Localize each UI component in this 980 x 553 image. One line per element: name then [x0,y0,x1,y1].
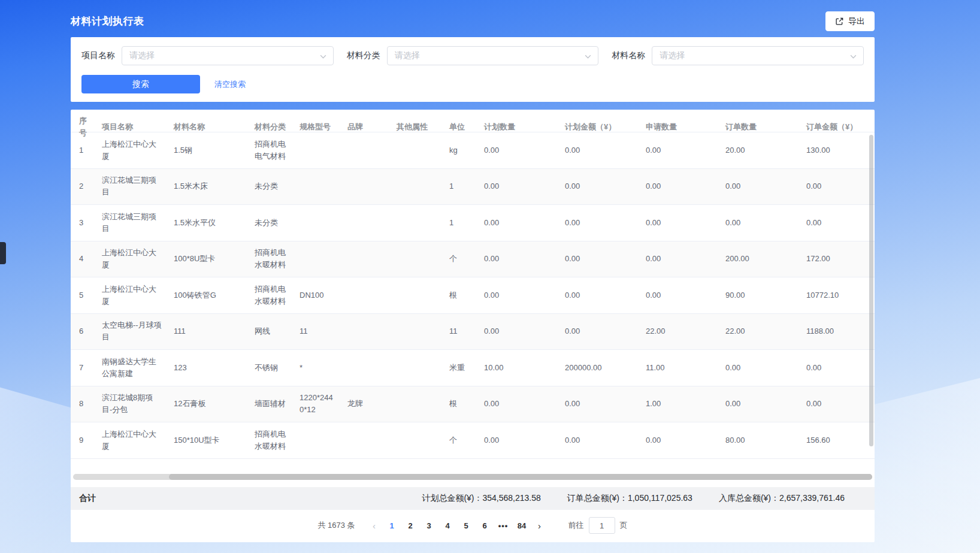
column-header: 材料名称 [167,116,247,138]
vertical-scrollbar[interactable] [869,135,873,446]
table-cell: 200000.00 [558,356,639,379]
table-cell: 0.00 [799,211,866,234]
table-cell: 米重 [442,356,477,379]
table-cell: 未分类 [247,175,292,198]
table-cell: 0.00 [558,392,639,415]
table-cell: 5 [71,284,95,307]
table-cell: 150*10U型卡 [167,429,247,452]
table-row: 2滨江花城三期项目1.5米木床未分类10.000.000.000.000.00 [71,169,875,206]
table-cell [292,253,340,264]
table-cell: 1188.00 [799,320,866,343]
table-cell: 11 [292,320,340,343]
table-cell: 0.00 [558,175,639,198]
table-cell: 6 [71,320,95,343]
table-row: 8滨江花城8期项目-分包12石膏板墙面辅材1220*2440*12龙牌根0.00… [71,386,875,423]
table-cell: 0.00 [558,320,639,343]
project-name-select[interactable]: 请选择 [122,46,334,65]
page-ellipsis[interactable]: ••• [494,521,513,530]
table-row: 3滨江花城三期项目1.5米水平仪未分类10.000.000.000.000.00 [71,205,875,241]
table-cell: 200.00 [718,247,799,270]
table-cell: 网线 [247,320,292,343]
goto-label: 前往 [568,520,584,531]
table-cell: 0.00 [558,139,639,162]
table-cell: 招商机电水暖材料 [247,241,292,276]
project-name-label: 项目名称 [81,50,115,61]
table-cell: 80.00 [718,429,799,452]
summary-total-item: 计划总金额(¥)：354,568,213.58 [422,493,540,504]
table-cell: 0.00 [477,247,558,270]
table-cell [389,362,442,373]
material-name-select[interactable]: 请选择 [652,46,864,65]
export-label: 导出 [848,16,865,27]
summary-row: 合计 计划总金额(¥)：354,568,213.58订单总金额(¥)：1,050… [71,487,875,510]
table-cell: 0.00 [639,139,718,162]
page-number-button[interactable]: 5 [457,521,476,530]
horizontal-scrollbar-track[interactable] [73,474,872,480]
table-cell: 0.00 [477,320,558,343]
search-button[interactable]: 搜索 [81,75,200,93]
page-number-button[interactable]: 84 [513,521,531,530]
table-cell [340,145,389,156]
table-cell: 3 [71,211,95,234]
table-cell: 0.00 [477,392,558,415]
table-cell [389,290,442,301]
table-cell: 个 [442,429,477,452]
table-cell [340,362,389,373]
table-cell [389,181,442,192]
next-page-button[interactable]: › [531,521,548,531]
table-cell: 0.00 [799,356,866,379]
column-header: 订单金额（¥） [799,116,866,138]
table-cell: 1220*2440*12 [292,386,340,421]
page-title: 材料计划执行表 [71,14,144,28]
table-cell: 0.00 [558,247,639,270]
table-cell: 龙牌 [340,392,389,415]
table-cell: 0.00 [799,175,866,198]
table-cell [340,435,389,446]
material-plan-table-card: 序号项目名称材料名称材料分类规格型号品牌其他属性单位计划数量计划金额（¥）申请数… [71,110,875,542]
table-cell: 招商机电电气材料 [247,133,292,168]
table-cell: 100铸铁管G [167,284,247,307]
material-category-select[interactable]: 请选择 [387,46,599,65]
table-cell: 10772.10 [799,284,866,307]
goto-page-input[interactable] [589,517,615,534]
table-cell: 0.00 [718,175,799,198]
table-cell: 0.00 [477,175,558,198]
page-number-button[interactable]: 3 [420,521,438,530]
page-number-button[interactable]: 2 [401,521,420,530]
table-cell [292,217,340,228]
table-cell: 1.00 [639,392,718,415]
page-number-list: 123456•••84 [383,521,531,530]
table-cell: DN100 [292,284,340,307]
clear-search-link[interactable]: 清空搜索 [214,79,246,90]
project-name-placeholder: 请选择 [129,50,155,61]
export-button[interactable]: 导出 [825,11,875,31]
table-cell: 1 [71,139,95,162]
table-cell [292,181,340,192]
table-cell: 123 [167,356,247,379]
table-cell: 0.00 [558,429,639,452]
material-name-label: 材料名称 [612,50,645,61]
prev-page-button[interactable]: ‹ [366,521,383,531]
table-cell: * [292,356,340,379]
table-cell: 8 [71,392,95,415]
summary-total-item: 入库总金额(¥)：2,657,339,761.46 [719,493,845,504]
table-cell [389,217,442,228]
table-cell: 12石膏板 [167,392,247,415]
table-cell: 0.00 [639,211,718,234]
horizontal-scrollbar-thumb[interactable] [169,474,872,480]
column-header: 申请数量 [639,116,718,138]
table-cell: 上海松江中心大厦 [95,133,167,168]
page-number-button[interactable]: 6 [476,521,494,530]
side-drawer-handle[interactable] [0,242,6,264]
table-cell: 172.00 [799,247,866,270]
table-cell: 0.00 [639,284,718,307]
table-cell: 0.00 [558,284,639,307]
table-cell: 0.00 [799,392,866,415]
table-cell [389,253,442,264]
table-cell: 0.00 [718,211,799,234]
table-cell [389,326,442,337]
table-body: 1上海松江中心大厦1.5钢招商机电电气材料kg0.000.000.0020.00… [71,132,875,459]
page-number-button[interactable]: 4 [438,521,457,530]
column-header: 计划数量 [477,116,558,138]
page-number-button[interactable]: 1 [383,521,401,530]
